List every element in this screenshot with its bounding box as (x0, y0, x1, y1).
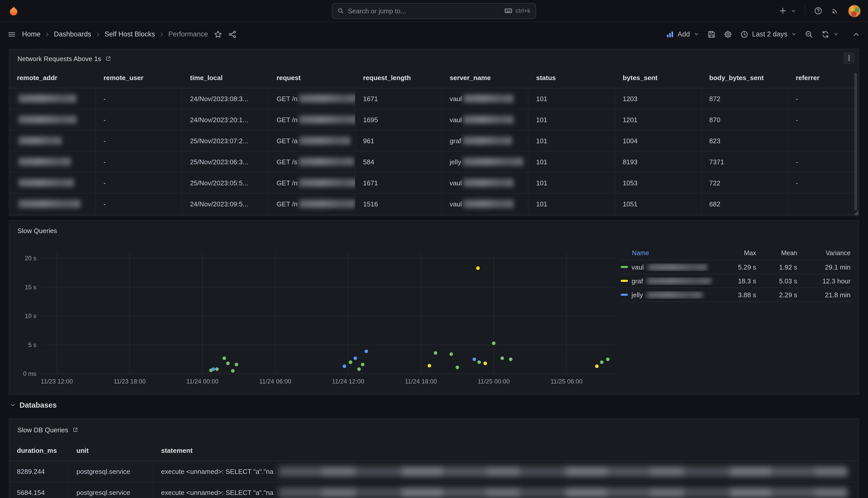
table-row: -25/Nov/2023:07:2...GET /a961graf1011004… (9, 130, 859, 152)
rss-icon[interactable] (831, 7, 839, 15)
toolbar-actions: Add Last 2 days (666, 30, 860, 38)
column-header[interactable]: status (528, 68, 615, 88)
table-row: 5684.154postgresql.serviceexecute <unnam… (9, 482, 859, 498)
column-header[interactable]: statement (153, 441, 859, 461)
table-cell: graf (442, 130, 528, 152)
network-table-body: -24/Nov/2023:08:3...GET /n1671vaul101120… (9, 88, 859, 214)
panel-slow-db-queries: Slow DB Queries duration_ms unit stateme… (9, 418, 859, 498)
column-header[interactable]: duration_ms (9, 441, 69, 461)
chevron-right-icon (44, 31, 50, 37)
add-button[interactable]: Add (666, 30, 699, 38)
help-icon[interactable] (814, 7, 822, 15)
table-row: -24/Nov/2023:09:5...GET /n1516vaul101105… (9, 194, 859, 214)
slow-queries-chart[interactable]: 0 ms5 s10 s15 s20 s11/23 12:0011/23 18:0… (14, 242, 622, 389)
svg-text:10 s: 10 s (25, 312, 37, 319)
table-cell: - (96, 88, 182, 109)
time-range-picker[interactable]: Last 2 days (740, 30, 797, 38)
legend-series-name[interactable]: jelly (621, 291, 718, 299)
shortcut-label: ctrl+k (516, 7, 530, 14)
zoom-out-icon[interactable] (805, 30, 813, 38)
grafana-logo-icon[interactable] (7, 4, 20, 17)
table-cell (9, 152, 96, 172)
column-header[interactable]: body_bytes_sent (702, 68, 788, 88)
svg-text:15 s: 15 s (25, 284, 37, 291)
panel-title[interactable]: Slow DB Queries (17, 426, 68, 434)
settings-icon[interactable] (724, 30, 732, 38)
breadcrumb: Home Dashboards Self Host Blocks Perform… (22, 30, 208, 38)
avatar[interactable] (848, 4, 861, 17)
column-header[interactable]: bytes_sent (615, 68, 702, 88)
external-link-icon[interactable] (72, 427, 79, 433)
legend-header-mean[interactable]: Mean (756, 250, 797, 257)
panel-title[interactable]: Network Requests Above 1s (17, 55, 101, 62)
legend-variance-value: 12.3 hour (797, 277, 851, 285)
legend-variance-value: 21.8 min (797, 291, 851, 299)
column-header[interactable]: request (269, 68, 355, 88)
share-icon[interactable] (229, 30, 237, 38)
redacted-text (18, 200, 81, 208)
new-button[interactable] (779, 7, 796, 15)
table-cell: postgresql.service (69, 482, 153, 498)
table-cell: GET /s (269, 152, 355, 172)
breadcrumb-performance: Performance (168, 30, 208, 38)
column-header[interactable]: time_local (182, 68, 269, 88)
legend-header-max[interactable]: Max (718, 250, 756, 257)
column-header[interactable]: request_length (355, 68, 442, 88)
legend-series-name[interactable]: graf (621, 277, 718, 285)
legend-header-variance[interactable]: Variance (797, 250, 851, 257)
scrollbar[interactable] (854, 73, 857, 210)
panel-title[interactable]: Slow Queries (17, 227, 57, 234)
column-header[interactable]: unit (69, 441, 153, 461)
svg-text:11/25 06:00: 11/25 06:00 (551, 378, 583, 385)
save-icon[interactable] (707, 30, 716, 38)
redacted-text (463, 94, 514, 103)
table-cell: vaul (442, 109, 528, 130)
column-header[interactable]: server_name (442, 68, 528, 88)
legend-series-name[interactable]: vaul (621, 263, 718, 271)
series-color-swatch (621, 280, 628, 282)
redacted-text (463, 179, 514, 187)
table-cell: 872 (702, 88, 788, 109)
table-cell: 1004 (615, 130, 702, 152)
legend-body: vaul5.29 s1.92 s29.1 mingraf18.3 s5.03 s… (621, 260, 851, 302)
resize-handle-icon[interactable] (854, 210, 858, 215)
add-label: Add (678, 30, 690, 38)
legend-header-name[interactable]: Name (621, 250, 718, 257)
column-header[interactable]: remote_user (96, 68, 182, 88)
column-header[interactable]: referrer (788, 68, 859, 88)
legend-row: jelly3.88 s2.29 s21.8 min (621, 288, 851, 302)
refresh-button[interactable] (821, 30, 839, 38)
breadcrumb-home[interactable]: Home (22, 30, 41, 38)
redacted-text (299, 116, 355, 124)
table-header: duration_ms unit statement (9, 441, 859, 461)
panel-network-requests: Network Requests Above 1s remote_addr re… (9, 49, 859, 216)
table-cell: GET /n (269, 109, 355, 130)
table-cell: 8289.244 (9, 461, 69, 482)
table-cell: 1671 (355, 88, 442, 109)
svg-text:11/24 12:00: 11/24 12:00 (332, 378, 364, 385)
redacted-text (299, 94, 355, 103)
kebab-menu-icon[interactable] (843, 52, 855, 64)
row-databases[interactable]: Databases (10, 401, 57, 409)
table-cell: 722 (702, 172, 788, 194)
column-header[interactable]: remote_addr (9, 68, 96, 88)
table-cell: 682 (702, 194, 788, 214)
table-cell: - (96, 194, 182, 214)
search-input[interactable]: Search or jump to... ctrl+k (332, 3, 536, 19)
chevron-down-icon (833, 31, 839, 37)
external-link-icon[interactable] (105, 55, 112, 62)
search-placeholder: Search or jump to... (348, 7, 406, 15)
chevron-right-icon (159, 31, 165, 37)
network-table: remote_addr remote_user time_local reque… (9, 68, 859, 214)
redacted-text (299, 200, 355, 208)
refresh-icon (821, 30, 829, 38)
chevron-up-icon[interactable] (852, 30, 860, 38)
table-cell: GET /a (269, 130, 355, 152)
breadcrumb-self-host-blocks[interactable]: Self Host Blocks (105, 30, 155, 38)
table-cell: 961 (355, 130, 442, 152)
menu-icon[interactable] (8, 30, 16, 38)
table-cell: postgresql.service (69, 461, 153, 482)
star-icon[interactable] (214, 30, 222, 38)
row-title: Databases (19, 401, 57, 409)
breadcrumb-dashboards[interactable]: Dashboards (54, 30, 91, 38)
